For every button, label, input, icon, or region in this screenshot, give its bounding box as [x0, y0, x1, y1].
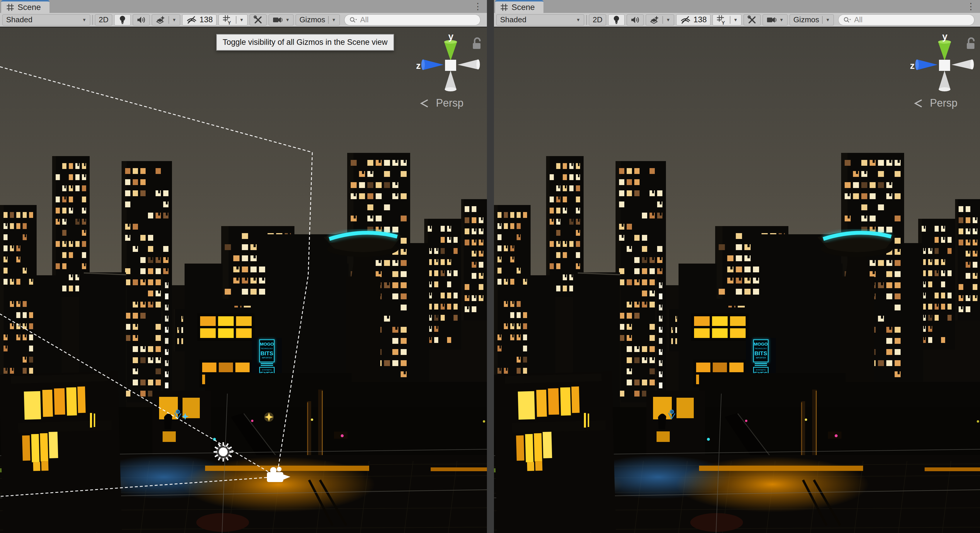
point-light-gizmo-yellow — [264, 412, 274, 422]
eye-slash-icon — [186, 15, 197, 25]
toggle-lighting-button[interactable] — [114, 14, 130, 25]
component-tools-button[interactable] — [744, 14, 760, 25]
chevron-down-icon[interactable]: ▼ — [733, 17, 738, 22]
panel-divider[interactable] — [487, 0, 494, 533]
scene-search-field[interactable] — [344, 14, 480, 25]
svg-text:SYNTHETIC: SYNTHETIC — [262, 369, 272, 371]
svg-text:TECHNOLOGY: TECHNOLOGY — [261, 347, 273, 349]
wrench-screwdriver-icon — [748, 15, 757, 25]
chevron-down-icon[interactable]: ▼ — [779, 17, 784, 22]
scene-panel-left: Scene ⋮ Shaded ▼ 2D ▼ 13 — [0, 0, 487, 533]
unity-scene-views: Scene ⋮ Shaded ▼ 2D ▼ 13 — [0, 0, 980, 533]
svg-text:Y: Y — [228, 20, 231, 25]
scene-viewport-right[interactable]: MOGOTECHNOLOGYBITSIMPORTERSYNTHETICEYESH… — [494, 27, 980, 533]
chevron-down-icon: ▼ — [82, 17, 86, 22]
axis-z-label: z — [910, 60, 915, 71]
shading-mode-dropdown[interactable]: Shaded ▼ — [2, 14, 90, 25]
chevron-down-icon[interactable]: ▼ — [666, 17, 670, 22]
magnifier-icon — [843, 16, 851, 24]
gizmos-dropdown[interactable]: Gizmos ▼ — [296, 14, 340, 25]
toggle-audio-button[interactable] — [133, 14, 150, 25]
fx-star-icon — [156, 15, 165, 25]
scene-viewport-left[interactable]: MOGOTECHNOLOGYBITSIMPORTERSYNTHETICEYESH… — [0, 27, 487, 533]
svg-text:BITS: BITS — [261, 350, 273, 356]
search-input[interactable] — [853, 15, 969, 25]
grid-hash-icon — [500, 3, 508, 11]
magnifier-icon — [349, 16, 357, 24]
svg-text:TECHNOLOGY: TECHNOLOGY — [755, 347, 767, 349]
tab-bar: Scene ⋮ — [494, 0, 980, 13]
video-camera-icon — [272, 16, 283, 24]
scene-panel-right: Scene ⋮ Shaded ▼ 2D ▼ 13 — [494, 0, 980, 533]
chevron-down-icon[interactable]: ▼ — [285, 17, 290, 22]
svg-text:MOGO: MOGO — [260, 341, 274, 346]
gizmos-dropdown[interactable]: Gizmos ▼ — [789, 14, 834, 25]
scene-camera-button[interactable]: ▼ — [269, 14, 294, 25]
hidden-object-count: 138 — [694, 15, 706, 24]
hidden-object-count: 138 — [199, 15, 213, 24]
grid-hash-icon — [6, 3, 14, 11]
tab-label: Scene — [18, 3, 41, 12]
svg-text:BITS: BITS — [754, 350, 767, 356]
grid-visibility-button[interactable]: Y ▼ — [218, 14, 248, 25]
grid-y-icon: Y — [716, 15, 727, 25]
scene-visibility-button[interactable]: 138 — [182, 14, 216, 25]
scene-toolbar: Shaded ▼ 2D ▼ 138 Y ▼ — [494, 13, 980, 27]
wrench-screwdriver-icon — [253, 15, 263, 25]
shading-mode-dropdown[interactable]: Shaded ▼ — [496, 14, 584, 25]
grid-y-icon: Y — [223, 15, 233, 25]
chevron-down-icon[interactable]: ▼ — [172, 17, 177, 22]
gizmos-tooltip: Toggle visibility of all Gizmos in the S… — [216, 34, 394, 51]
toggle-2d-button[interactable]: 2D — [95, 14, 112, 25]
svg-text:IMPORTER: IMPORTER — [262, 357, 272, 359]
kebab-menu-icon[interactable]: ⋮ — [473, 1, 482, 12]
tab-scene[interactable]: Scene — [495, 0, 544, 13]
chevron-down-icon[interactable]: ▼ — [239, 17, 244, 22]
persp-label: Persp — [930, 97, 958, 109]
tab-bar: Scene ⋮ — [0, 0, 487, 13]
axis-y-label: y — [942, 31, 948, 41]
chevron-down-icon: ▼ — [826, 17, 830, 22]
scene-search-field[interactable] — [838, 14, 974, 25]
scene-visibility-button[interactable]: 138 — [676, 14, 711, 25]
axis-z-label: z — [416, 60, 421, 71]
toggle-effects-button[interactable]: ▼ — [646, 14, 674, 25]
svg-text:Y: Y — [722, 20, 725, 25]
scene-toolbar: Shaded ▼ 2D ▼ 138 Y ▼ — [0, 13, 487, 27]
svg-text:MOGO: MOGO — [754, 341, 768, 346]
eye-slash-icon — [680, 15, 691, 25]
lightbulb-icon — [612, 15, 621, 25]
chevron-down-icon: ▼ — [332, 17, 336, 22]
svg-text:IMPORTER: IMPORTER — [756, 357, 766, 359]
scene-canvas[interactable]: MOGOTECHNOLOGYBITSIMPORTERSYNTHETICEYESH… — [494, 27, 980, 533]
lightbulb-icon — [118, 15, 127, 25]
toggle-audio-button[interactable] — [627, 14, 644, 25]
speaker-icon — [137, 16, 146, 24]
toolbar-separator — [586, 15, 587, 25]
toggle-2d-button[interactable]: 2D — [589, 14, 606, 25]
toolbar-separator — [92, 15, 93, 25]
video-camera-icon — [767, 16, 777, 24]
scene-camera-button[interactable]: ▼ — [763, 14, 788, 25]
kebab-menu-icon[interactable]: ⋮ — [967, 1, 975, 12]
scene-canvas[interactable]: MOGOTECHNOLOGYBITSIMPORTERSYNTHETICEYESH… — [0, 27, 487, 533]
toggle-effects-button[interactable]: ▼ — [152, 14, 180, 25]
axis-y-label: y — [448, 31, 453, 41]
tab-scene[interactable]: Scene — [1, 0, 49, 13]
speaker-icon — [630, 16, 640, 24]
component-tools-button[interactable] — [250, 14, 267, 25]
grid-visibility-button[interactable]: Y ▼ — [713, 14, 741, 25]
tab-label: Scene — [512, 3, 535, 12]
persp-label: Persp — [436, 97, 463, 109]
svg-text:SYNTHETIC: SYNTHETIC — [756, 369, 766, 371]
fx-star-icon — [649, 15, 660, 25]
toggle-lighting-button[interactable] — [608, 14, 625, 25]
chevron-down-icon: ▼ — [576, 17, 581, 22]
search-input[interactable] — [360, 15, 476, 25]
